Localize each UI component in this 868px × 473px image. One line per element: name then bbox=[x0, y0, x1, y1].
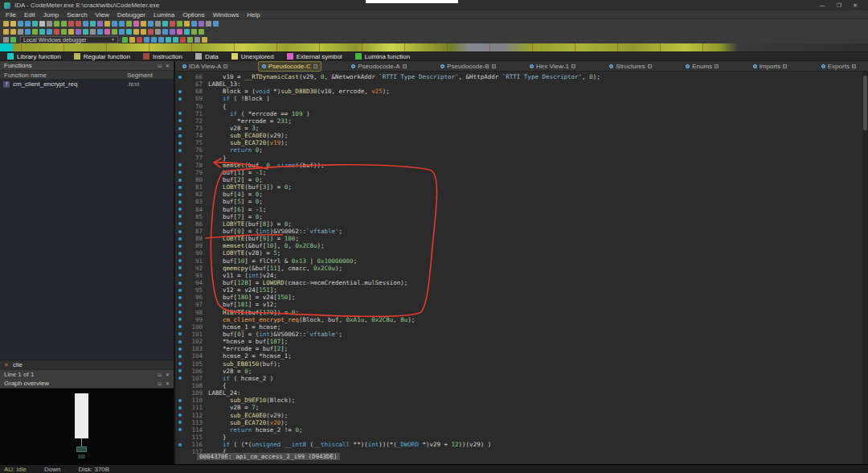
breakpoint-dot[interactable] bbox=[178, 245, 182, 248]
close-button[interactable]: ✕ bbox=[853, 2, 858, 9]
make-string-icon[interactable] bbox=[76, 29, 81, 35]
code-line[interactable]: 88 LOBYTE(buf[9]) = 100; bbox=[175, 235, 868, 242]
code-line[interactable]: 107 if ( hcmse_2 ) bbox=[175, 375, 868, 382]
breakpoint-dot[interactable] bbox=[178, 208, 182, 211]
breakpoint-dot[interactable] bbox=[178, 186, 182, 189]
code-line[interactable]: 102 *hcmse = buf[187]; bbox=[175, 338, 868, 345]
code-line[interactable]: 74 sub_ECA0E0(v29); bbox=[175, 132, 868, 139]
hex-dump-icon[interactable] bbox=[162, 21, 168, 27]
breakpoint-dot[interactable] bbox=[178, 259, 182, 262]
clear-filter-icon[interactable]: ✕ bbox=[4, 362, 9, 368]
tab-pseudocode-b[interactable]: Pseudocode-B bbox=[436, 61, 499, 72]
functions-filter[interactable]: ✕ clie bbox=[0, 360, 174, 369]
comment-icon[interactable] bbox=[126, 21, 132, 27]
breakpoint-dot[interactable] bbox=[178, 376, 182, 380]
pseudocode-view[interactable]: 66 v10 = __RTDynamicCast(v29, 0, &Networ… bbox=[175, 72, 868, 464]
code-line[interactable]: 98 HIBYTE(buf[179]) = 0; bbox=[175, 309, 868, 316]
menu-item-windows[interactable]: Windows bbox=[213, 11, 239, 19]
bookmark-icon[interactable] bbox=[141, 21, 146, 27]
close-icon[interactable]: ✕ bbox=[166, 380, 170, 386]
forward-icon[interactable] bbox=[32, 21, 38, 27]
breakpoint-dot[interactable] bbox=[178, 318, 182, 321]
cross-reference-icon[interactable] bbox=[148, 29, 154, 35]
breakpoint-dot[interactable] bbox=[178, 443, 182, 446]
code-line[interactable]: 109LABEL_24: bbox=[175, 389, 868, 397]
analyze-icon[interactable] bbox=[177, 21, 182, 27]
code-line[interactable]: 106 v28 = 0; bbox=[175, 368, 868, 375]
menu-item-file[interactable]: File bbox=[6, 11, 16, 19]
options-icon[interactable] bbox=[162, 29, 168, 35]
menu-item-options[interactable]: Options bbox=[182, 11, 205, 19]
fonts-icon[interactable] bbox=[170, 29, 175, 35]
paste-icon[interactable] bbox=[32, 29, 38, 35]
back-icon[interactable] bbox=[25, 21, 31, 27]
desktop-icon[interactable] bbox=[184, 29, 190, 35]
column-function-name[interactable]: Function name bbox=[0, 72, 127, 79]
breakpoint-dot[interactable] bbox=[178, 112, 182, 115]
code-line[interactable]: 112 sub_ECA0E0(v29); bbox=[175, 411, 868, 418]
code-line[interactable]: 79 buf[1] = -1; bbox=[175, 169, 868, 176]
breakpoint-dot[interactable] bbox=[178, 421, 182, 424]
search-next-icon[interactable] bbox=[47, 21, 52, 27]
dock-icon[interactable]: ⊡ bbox=[158, 63, 162, 68]
jump-address-icon[interactable] bbox=[54, 21, 59, 27]
python-console-icon[interactable] bbox=[191, 21, 197, 27]
breakpoint-dot[interactable] bbox=[178, 348, 182, 351]
code-line[interactable]: 95 v12 = v24[151]; bbox=[175, 286, 868, 294]
breakpoint-dot[interactable] bbox=[178, 282, 182, 285]
local-types-icon[interactable] bbox=[126, 29, 132, 35]
debugger-selector[interactable]: Local Windows debugger ▼ bbox=[20, 36, 118, 43]
code-line[interactable]: 108 { bbox=[175, 382, 868, 389]
tab-imports[interactable]: Imports bbox=[749, 61, 792, 72]
breakpoint-dot[interactable] bbox=[178, 274, 182, 277]
tab-pseudocode-c[interactable]: Pseudocode-C bbox=[258, 61, 321, 72]
menu-item-search[interactable]: Search bbox=[67, 11, 87, 19]
code-line[interactable]: 87 buf[0] = (int)&VS0062::`vftable'; bbox=[175, 228, 868, 235]
code-line[interactable]: 84 buf[6] = -1; bbox=[175, 206, 868, 213]
breakpoint-dot[interactable] bbox=[178, 163, 182, 167]
xrefs-from-icon[interactable] bbox=[76, 21, 81, 27]
snapshot-icon[interactable] bbox=[206, 21, 211, 27]
breakpoint-dot[interactable] bbox=[178, 179, 182, 182]
scrollbar-thumb[interactable] bbox=[863, 76, 867, 130]
breakpoint-dot[interactable] bbox=[178, 149, 182, 152]
code-line[interactable]: 70 { bbox=[175, 103, 868, 110]
code-line[interactable]: 111 v28 = 7; bbox=[175, 404, 868, 411]
breakpoint-dot[interactable] bbox=[178, 171, 182, 174]
code-line[interactable]: 99 cm_client_encrypt_req(Block, buf, 0xA… bbox=[175, 316, 868, 323]
code-line[interactable]: 69 if ( !Block ) bbox=[175, 95, 868, 102]
rename-icon[interactable] bbox=[39, 29, 45, 35]
breakpoints-icon[interactable] bbox=[180, 37, 186, 43]
cut-icon[interactable] bbox=[18, 29, 23, 35]
colors-icon[interactable] bbox=[177, 29, 182, 35]
jump-name-icon[interactable] bbox=[61, 21, 67, 27]
make-data-icon[interactable] bbox=[68, 29, 74, 35]
breakpoint-dot[interactable] bbox=[178, 369, 182, 372]
dock-icon[interactable]: ⊡ bbox=[158, 380, 162, 386]
copy-icon[interactable] bbox=[25, 29, 31, 35]
tab-pseudocode-a[interactable]: Pseudocode-A bbox=[347, 61, 410, 72]
menu-item-edit[interactable]: Edit bbox=[24, 11, 35, 19]
breakpoint-dot[interactable] bbox=[178, 303, 182, 306]
code-line[interactable]: 85 buf[7] = 0; bbox=[175, 213, 868, 220]
code-line[interactable]: 116 if ( (*(unsigned __int8 (__thiscall … bbox=[175, 441, 868, 448]
dock-icon[interactable]: ⊡ bbox=[158, 372, 162, 377]
navigation-band[interactable] bbox=[0, 43, 868, 51]
column-segment[interactable]: Segment bbox=[127, 72, 174, 79]
detach-icon[interactable] bbox=[144, 37, 149, 43]
code-line[interactable]: 67LABEL_13: bbox=[175, 80, 868, 88]
menu-item-help[interactable]: Help bbox=[247, 11, 260, 19]
code-line[interactable]: 93 v11 = (int)v24; bbox=[175, 272, 868, 279]
code-line[interactable]: 68 Block = (void *)sub_D88D30(v10, errco… bbox=[175, 88, 868, 95]
code-line[interactable]: 83 buf[5] = 0; bbox=[175, 198, 868, 205]
breakpoint-dot[interactable] bbox=[178, 237, 182, 241]
code-line[interactable]: 105 sub_EB8150(buf); bbox=[175, 360, 868, 367]
code-line[interactable]: 97 buf[181] = v12; bbox=[175, 301, 868, 308]
operand-offset-icon[interactable] bbox=[112, 29, 117, 35]
code-line[interactable]: 100 hcmse_1 = hcmse; bbox=[175, 323, 868, 331]
breakpoint-dot[interactable] bbox=[178, 134, 182, 138]
lumina-pull-icon[interactable] bbox=[191, 29, 197, 35]
run-until-return-icon[interactable] bbox=[166, 37, 171, 43]
menu-item-lumina[interactable]: Lumina bbox=[154, 11, 174, 19]
pause-process-icon[interactable] bbox=[129, 37, 135, 43]
